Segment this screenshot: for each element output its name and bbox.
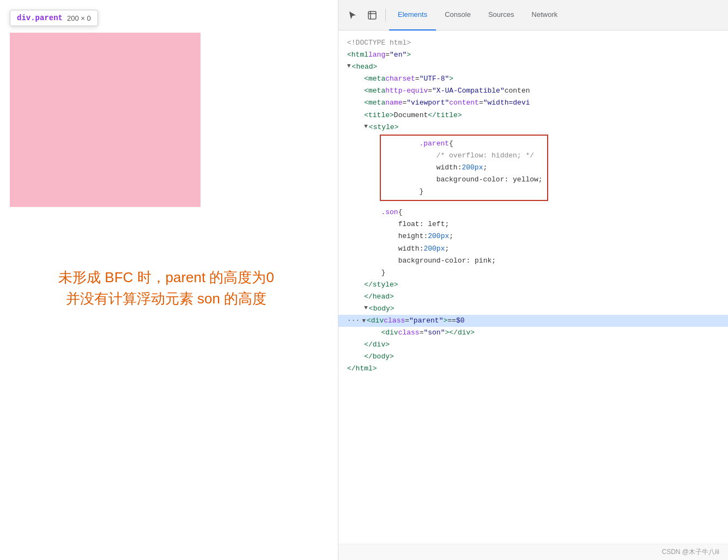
code-line-body-close: </body>	[347, 351, 719, 363]
annotation-line2: 并没有计算浮动元素 son 的高度	[5, 288, 327, 309]
code-line-div-close: </div>	[347, 339, 719, 351]
code-line-height: height: 200px;	[347, 230, 719, 242]
cursor-tool-button[interactable]	[343, 5, 362, 25]
code-line-float: float: left;	[347, 218, 719, 230]
tab-sources[interactable]: Sources	[480, 0, 523, 31]
code-line-close1: }	[385, 186, 543, 198]
annotation-text: 未形成 BFC 时，parent 的高度为0 并没有计算浮动元素 son 的高度	[5, 267, 327, 309]
tab-network[interactable]: Network	[523, 0, 567, 31]
code-line-meta-http: <meta http-equiv="X-UA-Compatible" conte…	[347, 85, 719, 97]
tooltip-size: 200 × 0	[67, 14, 91, 22]
code-line-meta-charset: <meta charset="UTF-8">	[347, 73, 719, 85]
toolbar-divider	[385, 9, 386, 22]
code-line-doctype: <!DOCTYPE html>	[347, 37, 719, 49]
devtools-tabs: Elements Console Sources Network	[389, 0, 724, 31]
devtools-panel: Elements Console Sources Network <!DOCTY…	[338, 0, 728, 560]
code-line-html-close: </html>	[347, 363, 719, 375]
svg-rect-0	[368, 11, 376, 19]
code-line-html: <html lang="en">	[347, 49, 719, 61]
tab-elements[interactable]: Elements	[389, 0, 436, 31]
code-line-bgcolor: background-color: yellow;	[385, 174, 543, 186]
code-line-comment: /* overflow: hidden; */	[385, 150, 543, 162]
annotation-line1: 未形成 BFC 时，parent 的高度为0	[5, 267, 327, 288]
parent-rule-highlight: .parent { /* overflow: hidden; */ width:…	[347, 133, 719, 202]
inspect-tool-button[interactable]	[362, 5, 382, 25]
element-tooltip: div.parent 200 × 0	[10, 10, 98, 26]
code-line-body-open: ▼ <body>	[347, 303, 719, 315]
tab-console[interactable]: Console	[436, 0, 480, 31]
code-line-bgcolor2: background-color: pink;	[347, 255, 719, 267]
code-line-div-son: <div class="son"></div>	[347, 327, 719, 339]
code-line-head-close: </head>	[347, 291, 719, 303]
code-line-son-rule: .son {	[347, 206, 719, 218]
code-line-style-open: ▼ <style>	[347, 121, 719, 133]
code-line-close2: }	[347, 267, 719, 279]
code-line-style-close: </style>	[347, 279, 719, 291]
devtools-toolbar: Elements Console Sources Network	[338, 0, 728, 31]
code-line-meta-viewport: <meta name="viewport" content="width=dev…	[347, 97, 719, 109]
left-panel: div.parent 200 × 0 未形成 BFC 时，parent 的高度为…	[0, 0, 338, 560]
style-highlight-box: .parent { /* overflow: hidden; */ width:…	[380, 135, 548, 201]
pink-float-element	[10, 33, 201, 207]
watermark-text: CSDN @木子牛八iii	[662, 548, 719, 556]
devtools-footer: CSDN @木子牛八iii	[338, 544, 728, 560]
tooltip-tag: div.parent	[17, 14, 63, 22]
code-line-parent-rule: .parent {	[385, 138, 543, 150]
code-line-width2: width: 200px;	[347, 243, 719, 255]
code-area: <!DOCTYPE html> <html lang="en"> ▼ <head…	[338, 31, 728, 544]
code-line-head: ▼ <head>	[347, 61, 719, 73]
code-line-width: width: 200px;	[385, 162, 543, 174]
selected-div-parent-line[interactable]: ··· ▼ <div class="parent"> == $0	[338, 315, 728, 327]
code-line-title: <title>Document</title>	[347, 109, 719, 121]
